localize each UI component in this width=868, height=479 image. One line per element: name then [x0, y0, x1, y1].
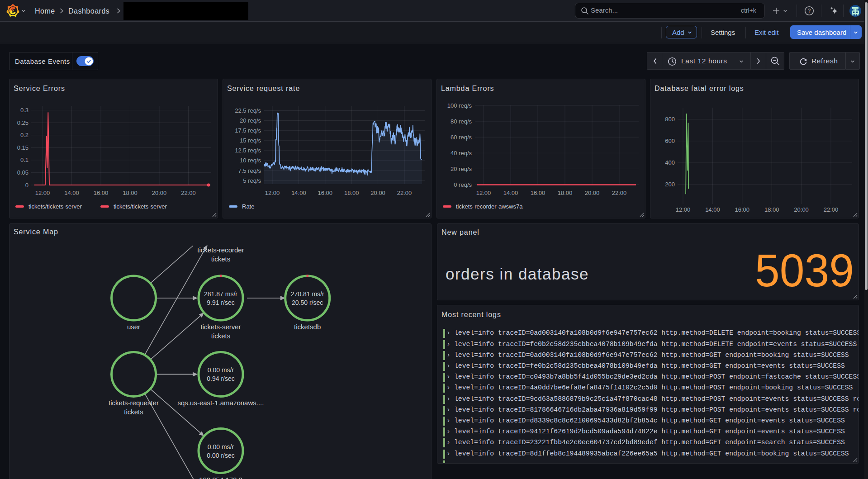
svg-text:22:00: 22:00: [824, 206, 839, 213]
svg-text:12:00: 12:00: [476, 190, 491, 196]
svg-text:14:00: 14:00: [503, 190, 518, 196]
svg-text:20 req/s: 20 req/s: [240, 117, 261, 124]
svg-text:tickets-recorder: tickets-recorder: [197, 246, 244, 254]
svg-text:16:00: 16:00: [735, 206, 750, 213]
svg-text:18:00: 18:00: [123, 190, 138, 196]
svg-text:14:00: 14:00: [705, 206, 720, 213]
svg-text:18:00: 18:00: [344, 190, 359, 196]
svg-text:800: 800: [665, 116, 675, 123]
svg-text:0.2: 0.2: [20, 132, 28, 138]
svg-text:15 req/s: 15 req/s: [240, 137, 261, 144]
svg-text:16:00: 16:00: [318, 190, 333, 196]
svg-text:18:00: 18:00: [764, 206, 779, 213]
svg-text:0.94 r/sec: 0.94 r/sec: [207, 375, 234, 382]
svg-text:0: 0: [25, 182, 28, 189]
svg-text:0 req/s: 0 req/s: [454, 181, 472, 188]
svg-text:0.25: 0.25: [17, 119, 28, 126]
svg-text:tickets: tickets: [211, 255, 231, 263]
svg-text:14:00: 14:00: [64, 190, 79, 196]
svg-text:80 req/s: 80 req/s: [451, 118, 472, 125]
svg-text:17.5 req/s: 17.5 req/s: [235, 127, 261, 134]
svg-text:200: 200: [665, 181, 675, 188]
svg-text:14:00: 14:00: [291, 190, 306, 196]
svg-text:tickets-server: tickets-server: [200, 323, 241, 331]
svg-text:7.5 req/s: 7.5 req/s: [238, 167, 261, 174]
svg-text:20 req/s: 20 req/s: [451, 166, 472, 172]
svg-text:169.254.170.2: 169.254.170.2: [199, 476, 242, 479]
svg-text:10 req/s: 10 req/s: [240, 157, 261, 164]
svg-text:270.81 ms/r: 270.81 ms/r: [291, 290, 324, 298]
svg-text:?: ?: [808, 8, 811, 14]
svg-text:20:00: 20:00: [370, 190, 385, 196]
svg-text:user: user: [127, 323, 140, 331]
svg-text:0.15: 0.15: [17, 144, 28, 151]
svg-text:9.91 r/sec: 9.91 r/sec: [207, 299, 234, 306]
svg-text:100 req/s: 100 req/s: [447, 102, 472, 109]
svg-text:16:00: 16:00: [531, 190, 545, 196]
svg-text:281.87 ms/r: 281.87 ms/r: [204, 290, 237, 298]
svg-text:12:00: 12:00: [676, 206, 691, 213]
svg-text:0.00 r/sec: 0.00 r/sec: [207, 452, 234, 459]
svg-text:12:00: 12:00: [35, 190, 50, 196]
svg-text:20:00: 20:00: [152, 190, 167, 196]
svg-text:0.00 ms/r: 0.00 ms/r: [208, 366, 234, 374]
svg-text:tickets: tickets: [124, 408, 143, 416]
svg-text:ticketsdb: ticketsdb: [294, 323, 321, 331]
svg-text:0.05: 0.05: [17, 169, 28, 176]
svg-text:0.3: 0.3: [20, 107, 28, 114]
svg-text:20:00: 20:00: [794, 206, 809, 213]
svg-text:40 req/s: 40 req/s: [451, 150, 472, 157]
svg-text:22.5 req/s: 22.5 req/s: [235, 107, 261, 114]
svg-text:0.1: 0.1: [20, 157, 28, 163]
svg-text:20:00: 20:00: [585, 190, 600, 196]
svg-text:5 req/s: 5 req/s: [243, 177, 261, 184]
svg-text:22:00: 22:00: [612, 190, 627, 196]
svg-text:0.00 ms/r: 0.00 ms/r: [208, 443, 234, 451]
svg-text:20.50 r/sec: 20.50 r/sec: [292, 299, 323, 306]
svg-text:12.5 req/s: 12.5 req/s: [235, 147, 261, 154]
svg-text:16:00: 16:00: [94, 190, 109, 196]
svg-text:12:00: 12:00: [265, 190, 280, 196]
svg-text:600: 600: [665, 138, 675, 144]
svg-text:tickets-requester: tickets-requester: [109, 399, 159, 407]
svg-text:400: 400: [665, 159, 675, 166]
svg-text:22:00: 22:00: [397, 190, 412, 196]
svg-text:60 req/s: 60 req/s: [451, 134, 472, 141]
svg-text:22:00: 22:00: [181, 190, 196, 196]
svg-text:sqs.us-east-1.amazonaws....: sqs.us-east-1.amazonaws....: [178, 399, 264, 407]
svg-text:18:00: 18:00: [558, 190, 573, 196]
svg-text:tickets: tickets: [211, 332, 231, 340]
